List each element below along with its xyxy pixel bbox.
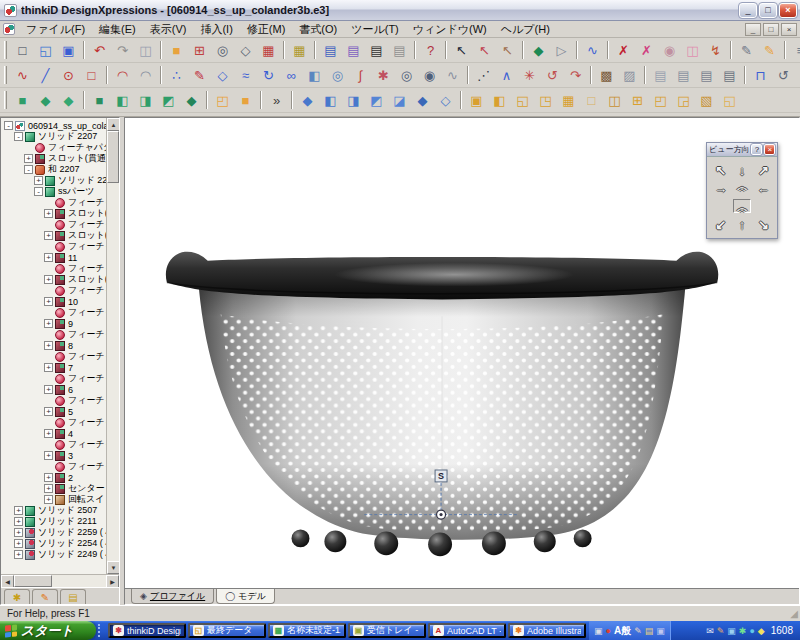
tree-item[interactable]: +6 — [2, 384, 106, 395]
tree-toggle[interactable]: + — [44, 495, 53, 504]
render-mode-3-icon[interactable]: ▤ — [365, 39, 388, 61]
scroll-down-button[interactable]: ▼ — [107, 561, 119, 574]
torus-icon[interactable]: ◎ — [395, 64, 418, 86]
figure-icon[interactable]: ✱ — [372, 64, 395, 86]
spline-edit-icon[interactable]: ∿ — [581, 39, 604, 61]
tree-toggle[interactable]: + — [44, 451, 53, 460]
tray-display-icon[interactable]: ▣ — [727, 626, 736, 636]
tree-item[interactable]: +スロット(1 — [2, 274, 106, 285]
close-button[interactable]: × — [779, 3, 797, 18]
tree-toggle[interactable]: - — [4, 121, 13, 130]
tree-item[interactable]: -ssパーツ — [2, 186, 106, 197]
tree-toggle[interactable]: + — [44, 484, 53, 493]
tree-item[interactable]: フィーチャ — [2, 439, 106, 450]
minimize-button[interactable]: _ — [739, 3, 757, 18]
feature-8-icon[interactable]: ⊞ — [626, 89, 649, 111]
ime-ball-icon[interactable]: ● — [606, 626, 611, 636]
image-tool-2-icon[interactable]: ▤ — [672, 64, 695, 86]
pen-icon[interactable]: ✎ — [188, 64, 211, 86]
tree-item[interactable]: +ソリッド 2206 — [2, 175, 106, 186]
start-button[interactable]: スタート — [0, 621, 96, 640]
help-icon[interactable]: ? — [419, 39, 442, 61]
menu-item[interactable]: ウィンドウ(W) — [406, 21, 494, 38]
box-closed-icon[interactable]: ■ — [234, 89, 257, 111]
tree-toggle[interactable]: + — [44, 363, 53, 372]
tree-toggle[interactable]: + — [44, 385, 53, 394]
menu-item[interactable]: ファイル(F) — [19, 21, 92, 38]
peaks-icon[interactable]: ∧ — [495, 64, 518, 86]
view-iso-top-button[interactable]: ◇ — [731, 184, 752, 193]
tree-item[interactable]: フィーチャ — [2, 263, 106, 274]
edit-white-icon[interactable]: ✎ — [735, 39, 758, 61]
history-icon[interactable]: ◫ — [134, 39, 157, 61]
tree-tab-edit[interactable]: ✎ — [32, 589, 58, 604]
tree-tab-constraints[interactable]: ✱ — [4, 589, 30, 604]
tree-item[interactable]: フィーチャ — [2, 351, 106, 362]
tree-item[interactable]: +ソリッド 2259 ( 4 x — [2, 527, 106, 538]
render-mode-4-icon[interactable]: ▤ — [388, 39, 411, 61]
freeform-icon[interactable]: ∿ — [441, 64, 464, 86]
tree-toggle[interactable]: - — [14, 132, 23, 141]
view-cube-icon[interactable]: ◇ — [234, 39, 257, 61]
surface-4-icon[interactable]: ◩ — [365, 89, 388, 111]
surface-5-icon[interactable]: ◪ — [388, 89, 411, 111]
zoom-window-icon[interactable]: ⊞ — [188, 39, 211, 61]
grid-icon[interactable]: ▦ — [257, 39, 280, 61]
image-edit-icon[interactable]: ▨ — [618, 64, 641, 86]
image-tool-3-icon[interactable]: ▤ — [695, 64, 718, 86]
menu-item[interactable]: 表示(V) — [143, 21, 194, 38]
render-mode-2-icon[interactable]: ▤ — [342, 39, 365, 61]
tree-item[interactable]: +回転スイ — [2, 494, 106, 505]
solid-sweep-icon[interactable]: ◆ — [57, 89, 80, 111]
model-canvas[interactable]: S ビュー方向 ? × ↖↓↗→◇←◇↙↑↘ — [125, 118, 799, 588]
point-icon[interactable]: ∴ — [165, 64, 188, 86]
tray-pen-icon[interactable]: ✎ — [717, 626, 725, 636]
arc-icon[interactable]: ↷ — [564, 64, 587, 86]
tray-mail-icon[interactable]: ✉ — [706, 626, 714, 636]
dim-icon[interactable]: ⊓ — [749, 64, 772, 86]
tree-toggle[interactable]: + — [44, 231, 53, 240]
curve-icon[interactable]: ∫ — [349, 64, 372, 86]
select-solid-icon[interactable]: ◆ — [527, 39, 550, 61]
fillet-icon[interactable]: ◠ — [111, 64, 134, 86]
view-upper-left-button[interactable]: ↖ — [710, 161, 731, 179]
tree-item[interactable]: +ソリッド 2211 — [2, 516, 106, 527]
tree-toggle[interactable]: + — [14, 539, 23, 548]
tree-item[interactable]: +ソリッド 2249 ( 4 x — [2, 549, 106, 560]
tree-toggle[interactable]: + — [44, 275, 53, 284]
sketch-icon[interactable]: ∿ — [11, 64, 34, 86]
tree-toggle[interactable]: + — [44, 341, 53, 350]
palette-title-bar[interactable]: ビュー方向 ? × — [707, 143, 777, 157]
lasso-icon[interactable]: ▷ — [550, 39, 573, 61]
tree-toggle[interactable]: + — [34, 176, 43, 185]
tree-toggle[interactable]: + — [14, 517, 23, 526]
feature-6-icon[interactable]: □ — [580, 89, 603, 111]
tree-toggle[interactable]: + — [14, 506, 23, 515]
tree-toggle[interactable]: + — [44, 253, 53, 262]
taskbar-task-button[interactable]: ✱Adobe Illustrat... — [508, 623, 586, 638]
tree-toggle[interactable]: + — [44, 473, 53, 482]
taskbar-task-button[interactable]: ✱thinkiD Design... — [108, 623, 186, 638]
ime-pad-icon[interactable]: ▤ — [645, 626, 654, 636]
ime-pen-icon[interactable]: ✎ — [634, 626, 642, 636]
revolve-icon[interactable]: ↻ — [257, 64, 280, 86]
palette-help-button[interactable]: ? — [751, 144, 762, 155]
solid-extrude-icon[interactable]: ■ — [88, 89, 111, 111]
viewport-tab-active[interactable]: ◯モデル — [216, 589, 275, 604]
view-lower-left-button[interactable]: ↙ — [710, 215, 731, 233]
edit-gold-icon[interactable]: ✎ — [758, 39, 781, 61]
tree-item[interactable]: +スロット(1 — [2, 230, 106, 241]
ime-mode-label[interactable]: A般 — [614, 624, 631, 638]
wave-icon[interactable]: ≈ — [234, 64, 257, 86]
palette-close-button[interactable]: × — [764, 144, 775, 155]
image-icon[interactable]: ▩ — [595, 64, 618, 86]
mdi-minimize-button[interactable]: _ — [745, 23, 761, 36]
tree-item[interactable]: フィーチャ — [2, 241, 106, 252]
feature-11-icon[interactable]: ▧ — [695, 89, 718, 111]
box-display-icon[interactable]: ■ — [165, 39, 188, 61]
feature-10-icon[interactable]: ◲ — [672, 89, 695, 111]
tray-network-icon[interactable]: ● — [749, 626, 754, 636]
tray-update-icon[interactable]: ✱ — [739, 626, 747, 636]
scroll-up-button[interactable]: ▲ — [107, 118, 119, 131]
save-icon[interactable]: ▣ — [57, 39, 80, 61]
